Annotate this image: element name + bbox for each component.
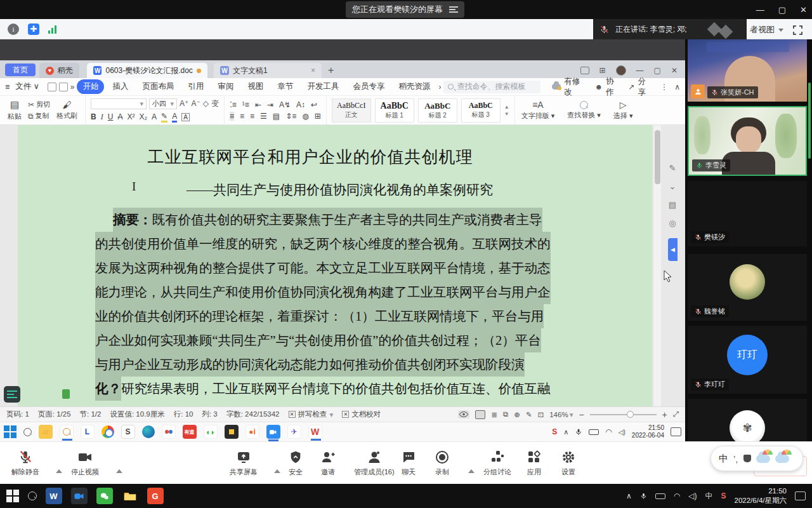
align-right-icon[interactable]: ≡: [250, 112, 254, 121]
start-button[interactable]: [6, 490, 19, 502]
ime-indicator[interactable]: 中: [705, 491, 713, 502]
cut-button[interactable]: ✂剪切: [28, 100, 50, 109]
collaborate-button[interactable]: ☻ 协作: [594, 76, 619, 98]
clear-format-icon[interactable]: ◇: [203, 99, 209, 108]
apps-button[interactable]: 应用: [527, 450, 542, 477]
taskbar-clock[interactable]: 21:50 2022/6/4/星期六: [735, 486, 787, 505]
security-button[interactable]: 安全: [289, 450, 303, 477]
volume-icon[interactable]: ◁): [619, 429, 625, 436]
menu-tab-start[interactable]: 开始: [77, 79, 104, 94]
text-effects-icon[interactable]: A: [152, 112, 157, 121]
manage-members-button[interactable]: 管理成员(16): [354, 450, 395, 477]
youdao-icon[interactable]: 有道: [183, 425, 197, 439]
menu-tab-devtools[interactable]: 开发工具: [301, 79, 344, 94]
ime-toolbar[interactable]: 中 ’,: [710, 446, 803, 471]
style-heading1[interactable]: AaBbC 标题 1: [375, 98, 414, 123]
new-tab-button[interactable]: +: [322, 63, 340, 78]
menu-tab-references[interactable]: 引用: [182, 79, 209, 94]
participants-scrollbar[interactable]: [808, 83, 811, 159]
meeting-protect-icon[interactable]: ✚: [28, 23, 39, 35]
tab-docer[interactable]: ♥ 稻壳: [39, 63, 79, 78]
wechat-icon[interactable]: ◖◗: [204, 425, 218, 439]
edge-icon[interactable]: [142, 425, 155, 438]
font-color-icon[interactable]: A: [172, 112, 177, 123]
tab-home[interactable]: 首页: [5, 64, 36, 76]
char-border-icon[interactable]: A: [181, 113, 190, 121]
wps-restore-button[interactable]: ▢: [654, 66, 661, 75]
taskbar-search-icon[interactable]: [28, 491, 37, 500]
find-replace-tool[interactable]: 查找替换 ▾: [561, 96, 607, 124]
dark-app-icon[interactable]: [225, 425, 239, 439]
menu-file[interactable]: 文件 ∨: [13, 79, 45, 94]
eye-protect-float-icon[interactable]: [62, 389, 70, 399]
outline-panel-icon[interactable]: ▤: [669, 200, 676, 210]
share-options-caret[interactable]: [274, 458, 280, 470]
zoom-slider[interactable]: [590, 414, 657, 415]
status-wordcount[interactable]: 字数: 242/15342: [226, 410, 280, 419]
fit-page-icon[interactable]: ⊡: [538, 410, 544, 419]
font-size-combobox[interactable]: 小四▾: [149, 98, 177, 109]
grid-icon[interactable]: ⊞: [599, 66, 606, 75]
indent-icon[interactable]: ⇥: [267, 100, 273, 109]
layout-view-dropdown[interactable]: 者视图: [750, 24, 783, 36]
wps-app-icon[interactable]: W: [308, 425, 322, 439]
subscript-icon[interactable]: X₂: [139, 112, 147, 121]
shared-clock[interactable]: 21:50 2022-06-04: [632, 424, 664, 440]
stop-video-button[interactable]: 停止视频: [71, 450, 99, 477]
wps-minimize-button[interactable]: —: [636, 66, 644, 75]
locate-icon[interactable]: ◎: [669, 218, 676, 228]
export-icon[interactable]: [59, 83, 68, 91]
outdent-icon[interactable]: ⇤: [255, 100, 261, 109]
mic-options-caret[interactable]: [56, 458, 62, 470]
doc-scrollbar-thumb[interactable]: [655, 130, 660, 184]
fullscreen-icon[interactable]: [793, 25, 802, 35]
paste-button[interactable]: ▤粘贴: [5, 99, 24, 121]
tab-document-2[interactable]: W 文字文稿1 ×: [214, 63, 322, 78]
video-options-caret[interactable]: [116, 458, 122, 470]
document-area[interactable]: 工业互联网平台和用户企业的价值共创机理 I ——共同生产与使用价值协同演化视角的…: [0, 125, 685, 406]
menu-tab-view[interactable]: 视图: [242, 79, 269, 94]
web-view-icon[interactable]: ⊕: [514, 410, 520, 419]
watching-pill[interactable]: 您正在观看樊镁汐的屏幕: [346, 1, 464, 18]
proofing-toggle[interactable]: ✕ 文档校对: [342, 410, 381, 419]
sogou-tray-icon[interactable]: S: [721, 491, 726, 500]
chat-button[interactable]: 聊天: [401, 450, 416, 477]
chrome-icon[interactable]: [102, 425, 114, 438]
tray-mic-icon[interactable]: [575, 427, 582, 436]
layout-switch-icon[interactable]: [580, 67, 589, 74]
volume-icon[interactable]: ◁): [688, 491, 697, 500]
menu-tab-section[interactable]: 章节: [272, 79, 299, 94]
wifi-icon[interactable]: ◠: [605, 427, 612, 436]
style-heading2[interactable]: AaBbC 标题 2: [418, 98, 457, 123]
grow-font-icon[interactable]: A⁺: [180, 99, 188, 108]
bold-button[interactable]: B: [91, 112, 96, 121]
ime-skin-icon[interactable]: [743, 455, 751, 462]
styles-down-icon[interactable]: ▼: [504, 111, 509, 117]
menu-tab-review[interactable]: 审阅: [212, 79, 239, 94]
save-icon[interactable]: [48, 83, 56, 91]
person-tool-icon[interactable]: ✈: [287, 425, 301, 439]
italic-button[interactable]: I: [101, 112, 103, 122]
record-button[interactable]: 录制: [435, 450, 450, 477]
borders-icon[interactable]: ⊞: [315, 112, 321, 121]
ink-icon[interactable]: ✎: [526, 410, 532, 419]
doc-scrollbar[interactable]: [653, 125, 661, 406]
format-painter-button[interactable]: 🖌︎格式刷: [54, 100, 80, 121]
bullets-icon[interactable]: ⁚≡: [230, 100, 237, 109]
share-screen-button[interactable]: 共享屏幕: [230, 450, 258, 477]
minimize-button[interactable]: —: [756, 5, 764, 15]
tray-mic-icon[interactable]: [640, 491, 647, 500]
orange-search-app-icon[interactable]: [60, 425, 74, 439]
align-left-icon[interactable]: ≡: [230, 112, 234, 121]
wrap-icon[interactable]: ↩: [311, 100, 317, 109]
line-spacing-icon[interactable]: ⇕≡: [285, 112, 296, 121]
oi-app-icon[interactable]: ●i: [246, 425, 259, 439]
network-signal-icon[interactable]: [48, 25, 56, 34]
settings-button[interactable]: 设置: [561, 450, 576, 477]
g-app-taskbar-icon[interactable]: G: [147, 488, 164, 504]
page-view-icon[interactable]: [475, 410, 485, 419]
underline-button[interactable]: U: [108, 112, 114, 121]
sort-icon[interactable]: A↕: [296, 100, 305, 109]
shrink-font-icon[interactable]: A⁻: [191, 99, 200, 108]
font-name-combobox[interactable]: ▾: [91, 98, 147, 109]
